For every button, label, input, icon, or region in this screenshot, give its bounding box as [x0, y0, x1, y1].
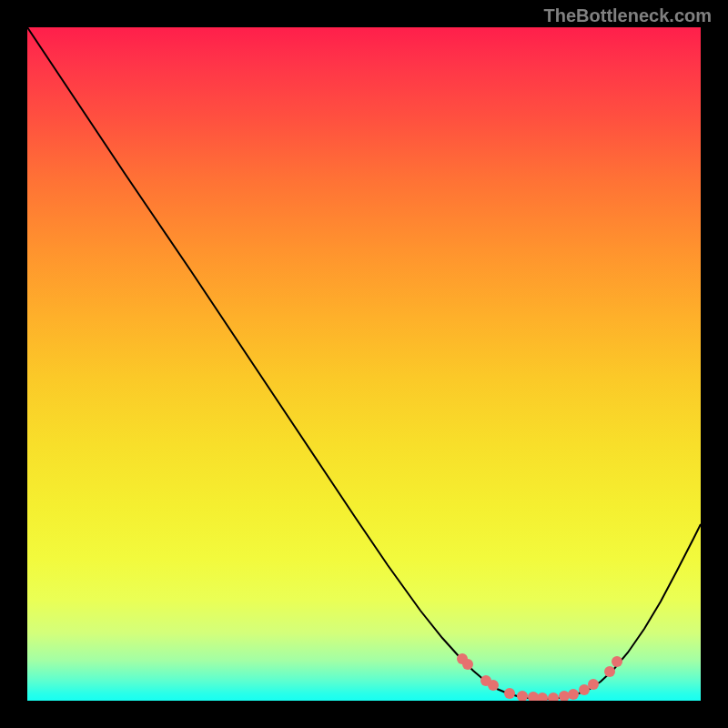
chart-canvas: TheBottleneck.com: [0, 0, 728, 728]
watermark-text: TheBottleneck.com: [544, 5, 712, 26]
data-dot: [537, 693, 548, 701]
data-dot: [568, 689, 579, 700]
data-dot: [612, 656, 622, 667]
bottleneck-curve: [27, 27, 701, 699]
plot-area: [27, 27, 701, 701]
data-dot: [517, 691, 528, 701]
data-dot: [588, 679, 599, 690]
data-dot: [579, 684, 590, 695]
chart-overlay: [27, 27, 701, 701]
data-dot: [548, 693, 559, 701]
data-dot: [604, 666, 615, 677]
data-dot: [462, 659, 473, 670]
data-dot: [488, 680, 499, 691]
data-dot: [504, 688, 515, 699]
